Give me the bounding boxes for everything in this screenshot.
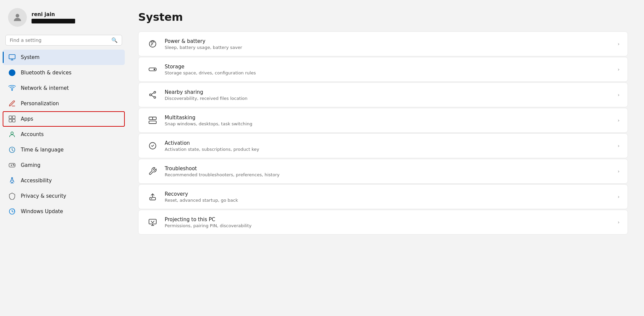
settings-item-power-battery-text: Power & battery Sleep, battery usage, ba… bbox=[165, 38, 612, 50]
svg-point-24 bbox=[154, 97, 156, 98]
sidebar: reni jain 🔍 System ✱ bbox=[0, 0, 127, 316]
search-icon: 🔍 bbox=[111, 37, 118, 43]
sidebar-item-accounts-label: Accounts bbox=[21, 131, 44, 137]
settings-item-recovery-title: Recovery bbox=[165, 191, 612, 197]
network-icon bbox=[8, 84, 16, 92]
user-avatar-icon bbox=[12, 12, 23, 23]
sidebar-item-accessibility-label: Accessibility bbox=[21, 178, 52, 184]
storage-icon bbox=[147, 63, 159, 75]
sidebar-item-apps[interactable]: Apps bbox=[3, 111, 125, 127]
gaming-icon bbox=[8, 161, 16, 169]
settings-item-troubleshoot-text: Troubleshoot Recommended troubleshooters… bbox=[165, 166, 612, 177]
sidebar-item-accounts[interactable]: Accounts bbox=[3, 127, 125, 142]
personalization-icon bbox=[8, 100, 16, 108]
activation-icon bbox=[147, 140, 159, 152]
accounts-icon bbox=[8, 130, 16, 138]
svg-point-15 bbox=[14, 165, 14, 166]
settings-item-recovery-text: Recovery Reset, advanced startup, go bac… bbox=[165, 191, 612, 203]
settings-item-projecting-title: Projecting to this PC bbox=[165, 216, 612, 223]
svg-point-21 bbox=[154, 69, 155, 70]
settings-item-multitasking-title: Multitasking bbox=[165, 115, 612, 121]
svg-rect-7 bbox=[9, 119, 12, 122]
settings-item-power-battery[interactable]: Power & battery Sleep, battery usage, ba… bbox=[138, 31, 628, 56]
svg-rect-33 bbox=[149, 219, 156, 224]
search-input[interactable] bbox=[10, 38, 109, 43]
svg-point-14 bbox=[13, 164, 14, 165]
user-name: reni jain bbox=[32, 11, 75, 17]
settings-item-activation-title: Activation bbox=[165, 140, 612, 146]
settings-item-storage-desc: Storage space, drives, configuration rul… bbox=[165, 70, 612, 75]
svg-point-4 bbox=[12, 89, 13, 90]
settings-item-multitasking-desc: Snap windows, desktops, task switching bbox=[165, 121, 612, 126]
settings-item-projecting-text: Projecting to this PC Permissions, pairi… bbox=[165, 216, 612, 228]
settings-item-recovery[interactable]: Recovery Reset, advanced startup, go bac… bbox=[138, 184, 628, 209]
settings-item-activation[interactable]: Activation Activation state, subscriptio… bbox=[138, 133, 628, 158]
update-icon bbox=[8, 207, 16, 215]
sidebar-item-network-label: Network & internet bbox=[21, 85, 69, 91]
settings-item-activation-desc: Activation state, subscriptions, product… bbox=[165, 147, 612, 152]
settings-item-multitasking[interactable]: Multitasking Snap windows, desktops, tas… bbox=[138, 108, 628, 133]
settings-item-recovery-desc: Reset, advanced startup, go back bbox=[165, 198, 612, 203]
settings-item-troubleshoot-title: Troubleshoot bbox=[165, 166, 612, 172]
svg-rect-1 bbox=[9, 55, 15, 59]
projecting-icon bbox=[147, 216, 159, 228]
sidebar-item-update-label: Windows Update bbox=[21, 208, 63, 214]
settings-item-nearby-sharing[interactable]: Nearby sharing Discoverability, received… bbox=[138, 82, 628, 107]
privacy-icon bbox=[8, 192, 16, 200]
settings-item-nearby-sharing-text: Nearby sharing Discoverability, received… bbox=[165, 89, 612, 101]
settings-item-nearby-sharing-title: Nearby sharing bbox=[165, 89, 612, 95]
sidebar-item-privacy[interactable]: Privacy & security bbox=[3, 188, 125, 204]
svg-rect-31 bbox=[150, 197, 155, 200]
user-info: reni jain bbox=[32, 11, 75, 23]
sidebar-item-network[interactable]: Network & internet bbox=[3, 80, 125, 96]
settings-item-storage-text: Storage Storage space, drives, configura… bbox=[165, 64, 612, 75]
user-email-masked bbox=[32, 19, 75, 23]
sidebar-item-system[interactable]: System bbox=[3, 50, 125, 65]
settings-item-nearby-sharing-desc: Discoverability, received files location bbox=[165, 96, 612, 101]
svg-rect-27 bbox=[149, 117, 153, 120]
sidebar-item-personalization[interactable]: Personalization bbox=[3, 96, 125, 111]
power-battery-icon bbox=[147, 38, 159, 50]
chevron-right-icon: › bbox=[618, 118, 620, 123]
recovery-icon bbox=[147, 191, 159, 203]
chevron-right-icon: › bbox=[618, 41, 620, 47]
sidebar-item-system-label: System bbox=[21, 54, 40, 60]
settings-item-projecting[interactable]: Projecting to this PC Permissions, pairi… bbox=[138, 210, 628, 235]
main-content: System Power & battery Sleep, battery us… bbox=[127, 0, 644, 316]
troubleshoot-icon bbox=[147, 165, 159, 177]
chevron-right-icon: › bbox=[618, 143, 620, 148]
user-section: reni jain bbox=[0, 0, 127, 34]
svg-line-26 bbox=[151, 95, 154, 97]
svg-rect-8 bbox=[12, 119, 15, 122]
multitasking-icon bbox=[147, 114, 159, 126]
sidebar-item-gaming[interactable]: Gaming bbox=[3, 157, 125, 173]
sidebar-item-accessibility[interactable]: Accessibility bbox=[3, 173, 125, 188]
settings-item-power-battery-desc: Sleep, battery usage, battery saver bbox=[165, 45, 612, 50]
avatar[interactable] bbox=[8, 8, 27, 27]
sidebar-item-gaming-label: Gaming bbox=[21, 162, 41, 168]
system-icon bbox=[8, 53, 16, 61]
chevron-right-icon: › bbox=[618, 67, 620, 72]
accessibility-icon bbox=[8, 177, 16, 185]
sidebar-item-update[interactable]: Windows Update bbox=[3, 204, 125, 219]
sidebar-item-privacy-label: Privacy & security bbox=[21, 193, 66, 199]
svg-point-9 bbox=[11, 132, 13, 134]
svg-rect-6 bbox=[12, 116, 15, 119]
apps-icon bbox=[8, 115, 16, 123]
sidebar-item-apps-label: Apps bbox=[21, 116, 33, 122]
svg-point-22 bbox=[154, 91, 156, 93]
settings-item-storage[interactable]: Storage Storage space, drives, configura… bbox=[138, 57, 628, 82]
sidebar-item-time[interactable]: Time & language bbox=[3, 142, 125, 157]
sidebar-item-bluetooth[interactable]: ✱ Bluetooth & devices bbox=[3, 65, 125, 80]
search-box[interactable]: 🔍 bbox=[5, 35, 122, 46]
settings-item-power-battery-title: Power & battery bbox=[165, 38, 612, 44]
svg-point-23 bbox=[150, 94, 151, 96]
settings-item-multitasking-text: Multitasking Snap windows, desktops, tas… bbox=[165, 115, 612, 126]
sidebar-item-bluetooth-label: Bluetooth & devices bbox=[21, 70, 71, 76]
chevron-right-icon: › bbox=[618, 92, 620, 98]
settings-item-troubleshoot-desc: Recommended troubleshooters, preferences… bbox=[165, 172, 612, 177]
bluetooth-icon: ✱ bbox=[8, 69, 16, 77]
page-title: System bbox=[138, 11, 628, 23]
chevron-right-icon: › bbox=[618, 194, 620, 199]
settings-item-troubleshoot[interactable]: Troubleshoot Recommended troubleshooters… bbox=[138, 159, 628, 184]
